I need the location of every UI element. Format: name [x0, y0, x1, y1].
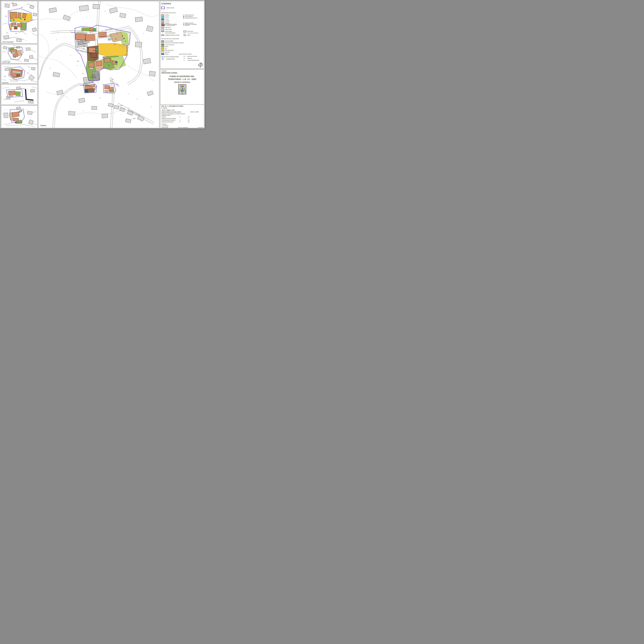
iter-label-adozione: ADOZIONE — [162, 116, 166, 117]
marker-pc: p.c. — [96, 86, 98, 87]
dest-label: DESTINAZIONE D'USO DEGLI EDIFICI — [162, 111, 181, 113]
iter-del-adozione: DEL — [188, 116, 190, 117]
elevation-label: 268.6 — [4, 76, 6, 77]
swatch-terrazza — [161, 53, 164, 55]
firma-progettisti: I PROGETTISTI — [162, 127, 168, 128]
coat-of-arms — [178, 84, 186, 94]
elevation-label: 295.0 — [5, 16, 7, 17]
legend-item-orto: orto — [165, 48, 167, 49]
legend-item-pi: accessi di particolare rilevanza — [188, 60, 199, 61]
main-map-title: Puginate — [40, 125, 46, 126]
plan-title-line2: TERRITORIO - L.R. 12 - 2005 — [160, 78, 204, 80]
swatch-commercio — [161, 20, 164, 22]
legend-item-area-pubblico: area di uso pubblico — [165, 41, 173, 41]
marker-pc: p.c. — [92, 31, 93, 32]
inset-panel-cascina-menegardo: 293.2 295.0 295.2 294.7 293.8 292.3 Casc… — [1, 1, 38, 44]
sedime-swatch — [161, 7, 165, 9]
inset-map-cascina-vigna: 294.1 Cascina Vigna — [1, 44, 37, 63]
marker-pi: p.i. — [99, 78, 100, 79]
plan-title-line1: PIANO DI GOVERNO DEL — [160, 75, 204, 78]
parcheggio-icon: P — [162, 58, 164, 60]
legend-item-accessori: accessori — [165, 16, 169, 17]
marker-floors: 1 — [105, 39, 106, 40]
scala-label: SCALA 1: 1000 — [190, 111, 198, 113]
elevation-label: 320.6 — [83, 48, 85, 49]
inset-map-san-rocco: 268.6 270.2 VIA. B. LUINI San Rocco — [1, 64, 37, 84]
elevation-label: 319.2 — [114, 44, 116, 45]
legend-item-box-auto: box auto — [165, 19, 169, 19]
iter-label-delibera: DELIBERA DI APPROVAZIONE — [162, 121, 173, 122]
inset-panel-5 — [1, 105, 38, 128]
elevation-label: 322.7 — [90, 32, 92, 33]
swatch-servizi: # — [161, 24, 165, 26]
legend-item-terrazza: terrazza — [165, 54, 168, 54]
north-compass-icon: N — [198, 62, 204, 68]
street-label-pioda: VIA PIODA — [105, 28, 113, 31]
legend-item-culto: edifici di culto — [165, 27, 171, 28]
inset-map-5 — [1, 105, 37, 128]
legend-item-spazi-verdi: spazi verdi in genere — [165, 50, 173, 51]
elevation-label: 321.1 — [125, 54, 127, 55]
street-label-piazza-3: DEL SANGUE — [90, 77, 96, 78]
inset-title-cascina-menegardo: Cascina Menegardo — [2, 41, 14, 43]
legend-item-commercio: commercio — [165, 20, 170, 21]
dot-servizi — [183, 24, 184, 25]
progettisti-name: ARCH. ALDO REDAELLI — [178, 127, 188, 128]
swatch-collegamenti — [161, 35, 164, 36]
plan-subtitle: VARIANTE GENERALE — [160, 81, 204, 83]
swatch-spazi-rurali — [161, 52, 164, 53]
elevation-label: 292.3 — [6, 32, 8, 33]
dot-commercio — [183, 15, 184, 16]
swatch-cortile-esclusivo — [161, 44, 164, 45]
elevation-label: 322.2 — [123, 38, 125, 39]
hash-symbol: # — [163, 24, 164, 26]
porticati-piani-symbol: 3 — [162, 33, 163, 33]
dot-studio — [183, 18, 184, 19]
street-label-piazza-2: DONATORI — [91, 76, 96, 77]
inset-panel-4: VIA PAU — [1, 84, 38, 105]
swatch-residenza — [161, 14, 164, 16]
swatch-culto — [161, 27, 164, 28]
legend-dot-box-auto: box auto a piano terra — [185, 16, 193, 17]
swatch-demolito — [161, 29, 164, 30]
swatch-giardino — [161, 46, 164, 47]
inset-title-cascina-vigna: Cascina Vigna — [2, 61, 10, 63]
iter-label-controdeduzioni: CONTRODEDUZIONI CONSIGLIARI — [162, 120, 175, 121]
legend-dot-servizi: servizi pubblici o di uso pubblico — [185, 24, 197, 25]
main-map: VIA G. CARDUCCI VIA PIODA VIA VOLTA VICO… — [38, 1, 159, 128]
passi-abbr-pc: p.c. — [184, 58, 185, 59]
main-map-panel: VIA G. CARDUCCI VIA PIODA VIA VOLTA VICO… — [38, 1, 159, 128]
swatch-porticati-chiusi — [183, 31, 186, 32]
legend-dot-commercio: commercio a piano terra — [185, 15, 194, 15]
legend-item-collegamenti: collegamenti verticali e/o orizzontali — [165, 35, 179, 36]
inset-panel-cascina-vigna: 294.1 Cascina Vigna — [1, 44, 38, 63]
dot-box-auto — [183, 16, 184, 17]
inset-map-cascina-menegardo: 293.2 295.0 295.2 294.7 293.8 292.3 Casc… — [1, 1, 37, 44]
swatch-cortile-comune — [161, 42, 164, 44]
legend-item-pc1: numero dei piani porticati chiusi — [187, 33, 198, 33]
doc-line2: C - N.T.A. — [162, 107, 167, 109]
elevation-label: 270.2 — [27, 73, 29, 73]
passi-abbr-pi: p.i. — [184, 60, 185, 61]
legend-item-giardino: giardino — [165, 46, 168, 47]
elevation-label: 293.8 — [15, 33, 17, 34]
elevation-label: 322.5 — [80, 41, 82, 41]
swatch-androni — [184, 34, 186, 36]
iter-n-adozione: N° — [180, 116, 180, 117]
elevation-label: 301.5 — [121, 105, 123, 106]
firma-sindaco: IL SINDACO — [162, 124, 167, 125]
swatch-artigianato — [161, 22, 164, 24]
date-label: 30 Gennaio 2009 — [198, 127, 203, 128]
localita-line1: Puginate, C.na Menegardo, C.na Vigna, Sa… — [162, 113, 185, 114]
legend-item-demolito: edificio demolito — [165, 29, 172, 30]
elevation-label: 315.4 — [112, 79, 114, 80]
legend-item-terrazza-sup: terrazza al piano superiore — [181, 54, 192, 54]
iter-del-controdeduzioni: DEL — [188, 120, 190, 121]
plan-sheet: 293.2 295.0 295.2 294.7 293.8 292.3 Casc… — [0, 0, 205, 129]
legend-item-piani-porticati: numero dei piani porticati — [165, 32, 175, 33]
iter-n-controdeduzioni: N° — [180, 120, 180, 121]
dot-terrazza — [180, 54, 180, 55]
elevation-label: 320.3 — [94, 59, 96, 60]
swatch-orto — [161, 48, 164, 49]
legend-dot-studio: studio professionale a piano terra — [185, 18, 197, 18]
